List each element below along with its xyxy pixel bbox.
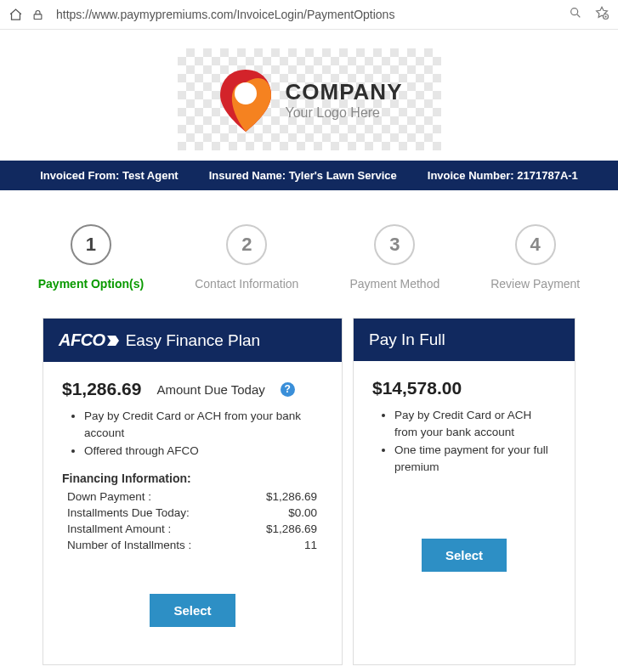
lock-icon: [31, 8, 44, 21]
installments-today-row: Installments Due Today: $0.00: [62, 505, 317, 521]
full-title: Pay In Full: [369, 330, 445, 349]
pay-in-full-card: Pay In Full $14,578.00 Pay by Credit Car…: [353, 318, 575, 665]
step-contact-information[interactable]: 2 Contact Information: [195, 224, 298, 291]
finance-card-header: AFCO Easy Finance Plan: [43, 319, 342, 362]
full-price: $14,578.00: [372, 378, 462, 398]
help-icon[interactable]: ?: [281, 382, 295, 397]
step-payment-options[interactable]: 1 Payment Option(s): [38, 224, 144, 291]
full-bullet-1: Pay by Credit Card or ACH from your bank…: [394, 407, 556, 442]
insured-name: Insured Name: Tyler's Lawn Service: [209, 169, 397, 182]
installment-amount-row: Installment Amount : $1,286.69: [62, 521, 317, 537]
step-3-label: Payment Method: [349, 277, 439, 291]
progress-stepper: 1 Payment Option(s) 2 Contact Informatio…: [0, 190, 618, 304]
finance-price: $1,286.69: [62, 379, 141, 399]
select-finance-button[interactable]: Select: [150, 594, 235, 627]
home-icon[interactable]: [9, 8, 23, 22]
num-installments-row: Number of Installments : 11: [62, 537, 317, 553]
invoice-number: Invoice Number: 2171787A-1: [428, 169, 578, 182]
finance-bullet-1: Pay by Credit Card or ACH from your bank…: [84, 408, 323, 443]
step-payment-method[interactable]: 3 Payment Method: [349, 224, 439, 291]
step-1-circle: 1: [71, 224, 111, 265]
step-2-circle: 2: [226, 224, 267, 265]
zoom-icon[interactable]: [569, 6, 582, 23]
full-bullet-2: One time payment for your full premium: [394, 442, 556, 477]
step-review-payment[interactable]: 4 Review Payment: [490, 224, 580, 291]
logo-subtitle: Your Logo Here: [286, 105, 403, 121]
financing-info-heading: Financing Information:: [62, 472, 323, 485]
step-4-circle: 4: [515, 224, 556, 265]
url-display[interactable]: https://www.paymypremiums.com/InvoiceLog…: [53, 8, 560, 21]
favorite-icon[interactable]: [594, 5, 609, 24]
company-logo: COMPANY Your Logo Here: [178, 48, 441, 150]
payment-options: AFCO Easy Finance Plan $1,286.69 Amount …: [0, 304, 618, 672]
svg-rect-0: [34, 14, 42, 19]
invoiced-from: Invoiced From: Test Agent: [40, 169, 179, 182]
down-payment-row: Down Payment : $1,286.69: [62, 488, 317, 505]
full-card-header: Pay In Full: [354, 319, 575, 361]
step-3-circle: 3: [374, 224, 415, 265]
finance-title: Easy Finance Plan: [126, 331, 260, 350]
logo-title: COMPANY: [286, 79, 403, 105]
step-1-label: Payment Option(s): [38, 277, 144, 291]
afco-logo: AFCO: [59, 330, 119, 350]
invoice-info-bar: Invoiced From: Test Agent Insured Name: …: [0, 161, 618, 190]
finance-bullet-2: Offered through AFCO: [84, 443, 323, 460]
svg-point-1: [571, 8, 578, 15]
logo-mark-icon: [216, 65, 275, 133]
amount-due-label: Amount Due Today: [156, 382, 264, 397]
select-full-button[interactable]: Select: [422, 539, 507, 572]
browser-bar: https://www.paymypremiums.com/InvoiceLog…: [0, 0, 618, 30]
step-4-label: Review Payment: [490, 277, 580, 291]
logo-area: COMPANY Your Logo Here: [0, 30, 618, 161]
svg-point-3: [235, 82, 257, 104]
step-2-label: Contact Information: [195, 277, 298, 291]
finance-plan-card: AFCO Easy Finance Plan $1,286.69 Amount …: [43, 318, 343, 665]
